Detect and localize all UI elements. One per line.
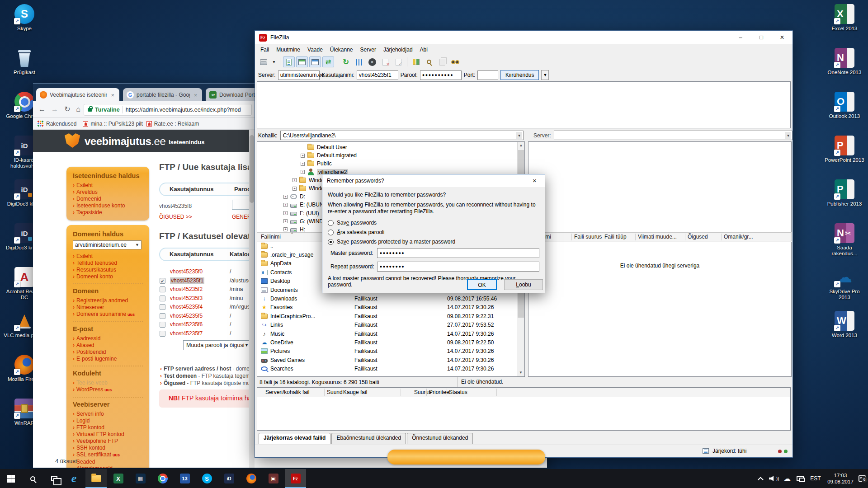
taskbar-digidoc-button[interactable] <box>218 469 240 488</box>
taskbar-skype-button[interactable] <box>196 469 217 488</box>
network-icon[interactable] <box>794 469 807 488</box>
desktop-icon-onenote-2013[interactable]: ↗OneNote 2013 <box>824 47 865 75</box>
remote-column-headers[interactable]: FailinimiFaili suurusFaili tüüpViimati m… <box>528 232 792 241</box>
tree-expander-icon[interactable]: + <box>301 170 305 174</box>
menu-abi[interactable]: Abi <box>416 45 431 54</box>
bookmarks-apps-label[interactable]: Rakendused <box>46 121 76 127</box>
qc-password-input[interactable]: ●●●●●●●●●● <box>420 70 462 80</box>
row-checkbox[interactable] <box>160 304 165 310</box>
ftp-username-link[interactable]: vhost45235f3 <box>170 295 203 301</box>
page-scrollbar[interactable] <box>249 130 255 468</box>
file-row-music[interactable]: ♪MusicFailikaust14.07.2017 9:30.26 <box>257 329 524 338</box>
radio-circle-icon[interactable] <box>328 230 334 235</box>
taskbar-chrome-button[interactable] <box>152 469 173 488</box>
tree-expander-icon[interactable]: + <box>301 162 305 166</box>
forward-icon[interactable]: → <box>49 104 60 115</box>
sidebar-link-iseteeninduse-konto[interactable]: ›Iseteeninduse konto <box>73 202 149 209</box>
queue-col-prioriteet[interactable]: Prioriteet <box>429 389 451 395</box>
sidebar-link-arveldus[interactable]: ›Arveldus <box>73 189 149 196</box>
menu-muutmine[interactable]: Muutmine <box>273 45 304 54</box>
sidebar-link-registreerija-andmed[interactable]: ›Registreerija andmed <box>73 297 149 304</box>
menu-server[interactable]: Server <box>357 45 380 54</box>
sidebar-link-aliased[interactable]: ›Aliased <box>73 342 149 349</box>
tray-expand-chevron-icon[interactable] <box>756 469 767 488</box>
taskbar-file-explorer-button[interactable] <box>85 469 107 488</box>
sidebar-link-logid[interactable]: ›Logid <box>73 418 149 424</box>
menu-lekanne[interactable]: Ülekanne <box>326 45 357 54</box>
desktop-icon-skype[interactable]: ↗Skype <box>4 4 45 32</box>
taskbar-edge-button[interactable]: e <box>63 469 85 488</box>
tree-expander-icon[interactable]: + <box>283 203 288 207</box>
file-row-favorites[interactable]: ★FavoritesFailikaust14.07.2017 9:30.26 <box>257 303 524 312</box>
taskbar-task-view-button[interactable] <box>43 469 65 488</box>
volume-icon[interactable]: )) <box>768 469 780 488</box>
quickconnect-button[interactable]: Kiirühendus <box>500 70 539 80</box>
radio-circle-icon[interactable] <box>328 220 334 226</box>
remote-col-faili-suurus[interactable]: Faili suurus <box>574 234 602 240</box>
sidebar-link-veebip-hine-ftp[interactable]: ›Veebipõhine FTP <box>73 438 149 445</box>
qc-port-input[interactable] <box>477 70 498 80</box>
close-button[interactable] <box>772 31 793 44</box>
find-files-icon[interactable] <box>449 56 461 67</box>
sidebar-link-tee-ise-veeb[interactable]: ›Tee-ise-veeb <box>73 380 149 386</box>
tree-expander-icon[interactable]: + <box>301 154 305 158</box>
remote-col-faili-t-p[interactable]: Faili tüüp <box>604 234 627 240</box>
row-checkbox[interactable] <box>160 331 165 337</box>
reconnect-icon[interactable] <box>392 56 404 67</box>
taskbar-store-button[interactable] <box>130 469 151 488</box>
file-search-pages-icon[interactable] <box>436 56 448 67</box>
site-brand[interactable]: veebimajutus.ee <box>85 135 165 148</box>
queue-col-kauge-fail[interactable]: Kauge fail <box>343 389 367 395</box>
back-icon[interactable]: ← <box>37 104 47 115</box>
onedrive-tray-icon[interactable]: ☁ <box>781 469 793 488</box>
repeat-password-input[interactable]: ●●●●●●●● <box>377 262 539 272</box>
tree-expander-icon[interactable]: + <box>283 211 288 215</box>
ftp-username-link[interactable]: vhost45235f7 <box>170 330 203 337</box>
master-password-input[interactable]: ●●●●●●●● <box>377 248 539 258</box>
ftp-username-link[interactable]: vhost45235f6 <box>170 321 203 328</box>
desktop-icon-publisher-2013[interactable]: ↗Publisher 2013 <box>824 179 865 207</box>
sidebar-link-ssh-kontod[interactable]: ›SSH kontod <box>73 445 149 451</box>
cancel-button[interactable]: Loobu <box>504 279 543 290</box>
taskbar-photos-button[interactable] <box>263 469 284 488</box>
sidebar-link-postiloendid[interactable]: ›Postiloendid <box>73 349 149 356</box>
maximize-button[interactable] <box>751 31 772 44</box>
file-row-downloads[interactable]: ↓DownloadsFailikaust09.08.2017 16:55.46 <box>257 294 524 303</box>
desktop-icon-outlook-2013[interactable]: ↗Outlook 2013 <box>824 91 865 119</box>
tree-item-default-user[interactable]: Default User <box>257 143 524 151</box>
queue-tab-nnestunud-lekanded[interactable]: Õnnestunud ülekanded <box>407 433 473 444</box>
taskbar-filezilla-button[interactable] <box>285 469 306 488</box>
filezilla-titlebar[interactable]: FileZilla <box>255 31 793 44</box>
minimize-button[interactable] <box>730 31 751 44</box>
site-manager-icon[interactable] <box>258 56 269 67</box>
radio-circle-icon[interactable] <box>328 239 334 245</box>
dialog-titlebar[interactable]: Remember passwords? <box>322 174 545 187</box>
taskbar-search-button[interactable] <box>22 469 43 488</box>
language-indicator[interactable]: EST <box>807 469 824 488</box>
tab-close-icon[interactable]: × <box>109 92 116 99</box>
tab-close-icon[interactable]: × <box>193 92 198 99</box>
toggle-local-tree-icon[interactable] <box>296 56 308 67</box>
sidebar-link-domeeni-suunamine[interactable]: ›Domeeni suunamineuus <box>73 311 149 318</box>
queue-col-suund[interactable]: Suund <box>327 389 343 395</box>
sidebar-link-ftp-kontod[interactable]: ›FTP kontod <box>73 424 149 431</box>
queue-col-staatus[interactable]: Staatus <box>449 389 467 395</box>
toggle-log-icon[interactable] <box>283 56 295 67</box>
row-checkbox[interactable] <box>160 322 165 328</box>
remote-path-combo[interactable] <box>554 131 793 140</box>
remote-col-viimati-muude[interactable]: Viimati muude... <box>638 234 677 240</box>
site-manager-dropdown-icon[interactable]: ▼ <box>271 56 277 67</box>
ftp-username-link[interactable]: vhost45235f4 <box>170 304 203 310</box>
tree-expander-icon[interactable]: + <box>292 187 297 191</box>
tab-portable-filezilla-googl[interactable]: portable filezilla - Googl× <box>123 88 202 102</box>
file-row-saved-games[interactable]: Saved GamesFailikaust14.07.2017 9:30.26 <box>257 356 524 364</box>
sidebar-link-domeenid[interactable]: ›Domeenid <box>73 196 149 202</box>
file-row-pictures[interactable]: PicturesFailikaust14.07.2017 9:30.26 <box>257 347 524 356</box>
radio-ra-salvesta-parooli[interactable]: Ära salvesta parooli <box>328 229 539 235</box>
dialog-close-icon[interactable]: × <box>524 174 545 187</box>
desktop-icon-pr-gikast[interactable]: Prügikast <box>4 47 45 75</box>
reload-icon[interactable]: ↻ <box>62 104 73 115</box>
taskbar-firefox-button[interactable] <box>241 469 262 488</box>
cancel-operation-icon[interactable] <box>366 56 378 67</box>
action-center-icon[interactable]: 6 <box>856 469 868 488</box>
